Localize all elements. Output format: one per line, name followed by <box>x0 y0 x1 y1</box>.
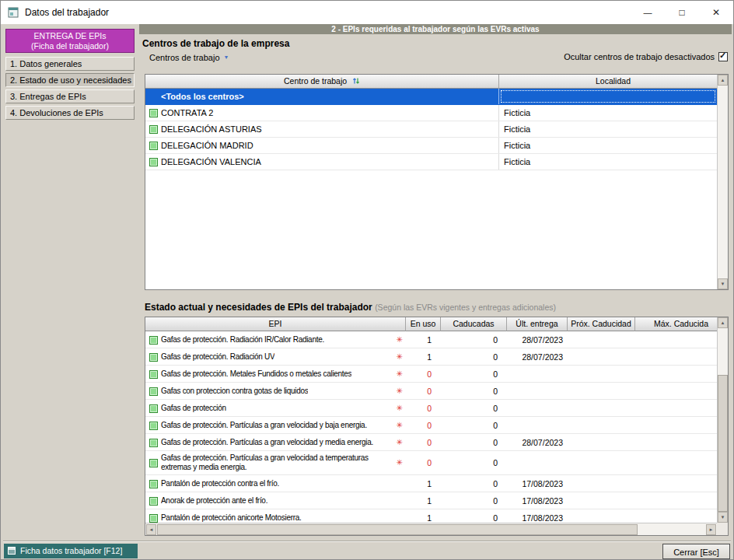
epi-caducadas: 0 <box>441 369 507 379</box>
epi-status-icon <box>149 336 158 345</box>
epi-row[interactable]: Pantalón de protección anicorte Motosier… <box>145 509 717 523</box>
epi-row[interactable]: Gafas de protección. Partículas a gran v… <box>145 451 717 475</box>
epi-row[interactable]: Gafas de protección. Radiación UV ✳ 1 0 … <box>145 348 717 366</box>
sidebar-header-line1: ENTREGA DE EPIs <box>6 31 134 41</box>
sidebar-item[interactable]: 3. Entregas de EPIs <box>5 89 135 103</box>
sidebar-item[interactable]: 4. Devoluciones de EPIs <box>5 106 135 120</box>
center-name: DELEGACIÓN MADRID <box>161 141 253 150</box>
active-center-icon <box>149 158 158 166</box>
required-asterisk-icon: ✳ <box>397 387 403 396</box>
center-name-cell: DELEGACIÓN MADRID <box>145 138 499 153</box>
center-name-cell: <Todos los centros> <box>145 89 499 104</box>
epis-table-body: Gafas de protección. Radiación IR/Calor … <box>145 331 717 523</box>
epi-name: Gafas con proteccion contra gotas de liq… <box>161 387 308 396</box>
maximize-icon[interactable]: □ <box>665 1 699 24</box>
centers-vertical-scrollbar[interactable]: ▲ ▼ <box>717 75 728 289</box>
center-name: CONTRATA 2 <box>161 108 213 117</box>
sidebar-item[interactable]: 1. Datos generales <box>5 57 135 71</box>
scroll-right-icon[interactable]: ► <box>706 524 716 535</box>
centers-toolbar: Centros de trabajo ▼ Ocultar centros de … <box>145 51 729 65</box>
column-header-localidad[interactable]: Localidad <box>499 75 728 89</box>
column-header-epi[interactable]: EPI <box>145 317 406 331</box>
app-icon <box>8 7 19 18</box>
required-asterisk-icon: ✳ <box>397 369 403 379</box>
epi-status-icon <box>149 387 158 396</box>
required-asterisk-icon: ✳ <box>397 335 403 345</box>
epi-name-cell: Gafas de protección ✳ <box>145 400 406 416</box>
center-row[interactable]: CONTRATA 2 Ficticia <box>145 105 717 121</box>
epi-name-cell: Pantalón de protección contra el frío. <box>145 475 406 492</box>
center-locality: Ficticia <box>499 138 717 153</box>
epi-status-icon <box>149 514 158 523</box>
epi-row[interactable]: Gafas de protección. Partículas a gran v… <box>145 434 717 451</box>
column-header-caducadas[interactable]: Caducadas <box>441 317 507 331</box>
epi-caducadas: 0 <box>441 438 507 447</box>
center-row[interactable]: DELEGACIÓN ASTURIAS Ficticia <box>145 121 717 138</box>
epi-name-cell: Gafas de protección. Radiación UV ✳ <box>145 348 406 365</box>
epi-row[interactable]: Gafas de protección. Partículas a gran v… <box>145 417 717 434</box>
minimize-icon[interactable]: — <box>631 1 665 24</box>
epi-row[interactable]: Gafas de protección. Metales Fundidos o … <box>145 366 717 383</box>
epi-name: Gafas de protección <box>161 404 226 413</box>
column-header-max-caducidad[interactable]: Máx. Caducida <box>635 317 728 331</box>
epi-name: Pantalón de protección anicorte Motosier… <box>161 513 302 523</box>
column-header-en-uso[interactable]: En uso <box>406 317 441 331</box>
epi-status-icon <box>149 459 158 467</box>
center-name: DELEGACIÓN ASTURIAS <box>161 124 262 134</box>
scroll-left-icon[interactable]: ◄ <box>146 524 156 535</box>
center-locality: Ficticia <box>499 121 717 137</box>
vertical-scroll-thumb[interactable] <box>718 375 728 512</box>
statusbar-button[interactable]: Ficha datos trabajador [F12] <box>4 544 138 558</box>
epi-row[interactable]: Gafas de protección. Radiación IR/Calor … <box>145 331 717 348</box>
epi-en-uso: 0 <box>406 438 441 447</box>
column-header-ult-entrega[interactable]: Últ. entrega <box>507 317 568 331</box>
window-title: Datos del trabajador <box>25 7 109 18</box>
epis-section-title-label: Estado actual y necesidades de EPIs del … <box>145 302 372 313</box>
epi-row[interactable]: Pantalón de protección contra el frío. 1… <box>145 475 717 492</box>
epi-name: Gafas de protección. Partículas a gran v… <box>161 438 373 447</box>
centers-dropdown[interactable]: Centros de trabajo ▼ <box>149 53 229 62</box>
epi-name-cell: Gafas de protección. Radiación IR/Calor … <box>145 331 406 348</box>
scroll-down-icon[interactable]: ▼ <box>718 278 728 289</box>
column-header-centro[interactable]: Centro de trabajo <box>145 75 499 89</box>
epi-en-uso: 0 <box>406 404 441 413</box>
center-row[interactable]: <Todos los centros> <box>145 89 717 105</box>
column-header-prox-caducidad[interactable]: Próx. Caducidad <box>568 317 635 331</box>
epi-name-cell: Anorak de protección ante el frío. <box>145 492 406 509</box>
epi-caducadas: 0 <box>441 387 507 396</box>
hide-deactivated-checkbox[interactable]: ✓ <box>718 52 728 61</box>
center-name-cell: DELEGACIÓN ASTURIAS <box>145 121 499 137</box>
epi-en-uso: 1 <box>406 335 441 345</box>
epi-status-icon <box>149 370 158 379</box>
epi-row[interactable]: Gafas con proteccion contra gotas de liq… <box>145 383 717 400</box>
epi-row[interactable]: Gafas de protección ✳ 0 0 <box>145 400 717 417</box>
check-icon: ✓ <box>719 51 726 61</box>
epi-caducadas: 0 <box>441 335 507 345</box>
epi-name-cell: Gafas de protección. Partículas a gran v… <box>145 417 406 433</box>
epi-row[interactable]: Anorak de protección ante el frío. 1 0 1… <box>145 492 717 509</box>
epi-ult-entrega: 28/07/2023 <box>507 352 568 362</box>
epis-vertical-scrollbar[interactable]: ▲ ▼ <box>717 317 728 523</box>
scroll-up-icon[interactable]: ▲ <box>718 75 728 86</box>
cerrar-button[interactable]: Cerrar [Esc] <box>662 544 730 559</box>
centers-table-body: <Todos los centros> CONTRATA 2 Ficticia … <box>145 89 717 289</box>
epis-section-subtitle: (Según las EVRs vigentes y entregas adic… <box>375 303 556 312</box>
epi-en-uso: 1 <box>406 352 441 362</box>
active-center-icon <box>149 125 158 134</box>
close-window-icon[interactable]: ✕ <box>699 1 733 24</box>
sidebar-item[interactable]: 2. Estado de uso y necesidades <box>5 73 135 87</box>
scroll-up-icon[interactable]: ▲ <box>718 317 728 328</box>
required-asterisk-icon: ✳ <box>397 458 403 467</box>
page-title: 2 - EPIs requeridas al trabajador según … <box>139 24 732 34</box>
scroll-down-icon[interactable]: ▼ <box>718 512 728 523</box>
epi-en-uso: 1 <box>406 513 441 523</box>
epis-horizontal-scrollbar[interactable]: ◄ ► <box>145 523 717 535</box>
center-row[interactable]: DELEGACIÓN VALENCIA Ficticia <box>145 154 717 170</box>
statusbar-label: Ficha datos trabajador [F12] <box>20 546 122 555</box>
center-row[interactable]: DELEGACIÓN MADRID Ficticia <box>145 138 717 154</box>
epi-name: Anorak de protección ante el frío. <box>161 496 267 506</box>
epi-status-icon <box>149 480 158 488</box>
epi-ult-entrega: 17/08/2023 <box>507 479 568 488</box>
epi-name-cell: Gafas con proteccion contra gotas de liq… <box>145 383 406 399</box>
horizontal-scroll-thumb[interactable] <box>157 524 638 535</box>
